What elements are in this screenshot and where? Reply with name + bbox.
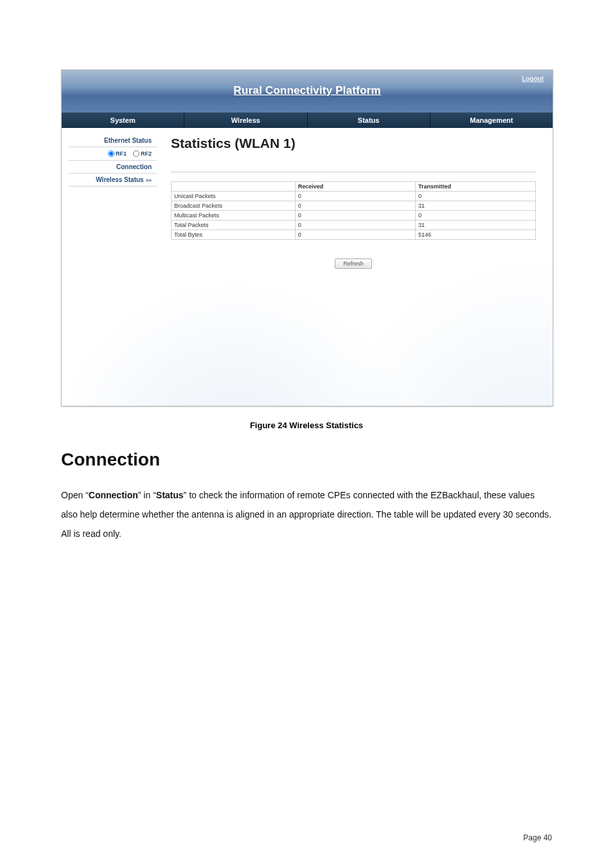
th-received: Received [295, 182, 415, 192]
sidebar-item-connection[interactable]: Connection [68, 161, 157, 174]
sidebar-item-ethernet-status[interactable]: Ethernet Status [68, 134, 157, 147]
row-recv: 0 [295, 192, 415, 201]
para-text: ” in “ [138, 490, 156, 500]
radio-rf1-label: RF1 [116, 150, 127, 157]
table-row: Unicast Packets 0 0 [172, 192, 536, 201]
radio-rf2[interactable]: RF2 [133, 150, 152, 157]
row-label: Multicast Packets [172, 211, 296, 221]
radio-rf1-input[interactable] [108, 150, 114, 157]
radio-rf2-input[interactable] [133, 150, 139, 157]
top-tabs: System Wireless Status Management [62, 113, 553, 128]
row-recv: 0 [295, 211, 415, 221]
row-label: Total Packets [172, 221, 296, 230]
radio-rf1[interactable]: RF1 [108, 150, 127, 157]
logout-link[interactable]: Logout [522, 75, 544, 82]
page-title: Statistics (WLAN 1) [171, 136, 536, 151]
sidebar: Ethernet Status RF1 RF2 Connection Wirel… [68, 134, 157, 392]
radio-rf2-label: RF2 [141, 150, 152, 157]
app-screenshot: Rural Connectivity Platform Logout Syste… [61, 69, 553, 406]
banner-title: Rural Connectivity Platform [62, 70, 553, 97]
chevron-right-icon: >> [146, 177, 152, 183]
section-paragraph: Open “Connection” in “Status” to check t… [61, 485, 552, 543]
row-recv: 0 [295, 230, 415, 240]
row-label: Broadcast Packets [172, 201, 296, 211]
row-label: Unicast Packets [172, 192, 296, 201]
row-recv: 0 [295, 221, 415, 230]
para-bold-connection: Connection [89, 490, 138, 500]
tab-wireless[interactable]: Wireless [184, 113, 307, 128]
row-trans: 31 [415, 201, 535, 211]
row-trans: 0 [415, 211, 535, 221]
tab-status[interactable]: Status [308, 113, 431, 128]
table-header-row: Received Transmitted [172, 182, 536, 192]
th-blank [172, 182, 296, 192]
table-row: Total Packets 0 31 [172, 221, 536, 230]
para-text: Open “ [61, 490, 89, 500]
table-row: Total Bytes 0 5146 [172, 230, 536, 240]
refresh-wrap: Refresh [171, 240, 536, 274]
row-trans: 5146 [415, 230, 535, 240]
section-heading: Connection [61, 449, 552, 470]
row-label: Total Bytes [172, 230, 296, 240]
statistics-table: Received Transmitted Unicast Packets 0 0… [171, 181, 536, 240]
sidebar-item-wireless-status-label: Wireless Status [96, 176, 143, 183]
row-trans: 31 [415, 221, 535, 230]
figure-caption: Figure 24 Wireless Statistics [61, 420, 552, 430]
refresh-button[interactable]: Refresh [335, 258, 372, 269]
sidebar-item-wireless-status[interactable]: Wireless Status>> [68, 174, 157, 186]
table-row: Multicast Packets 0 0 [172, 211, 536, 221]
table-row: Broadcast Packets 0 31 [172, 201, 536, 211]
tab-system[interactable]: System [62, 113, 184, 128]
main-content: Statistics (WLAN 1) Received Transmitted… [157, 134, 546, 392]
divider [171, 172, 536, 172]
row-trans: 0 [415, 192, 535, 201]
para-bold-status: Status [156, 490, 184, 500]
banner: Rural Connectivity Platform Logout [62, 70, 553, 113]
th-transmitted: Transmitted [415, 182, 535, 192]
row-recv: 0 [295, 201, 415, 211]
sidebar-rf-radios: RF1 RF2 [68, 147, 157, 161]
page-number: Page 40 [523, 833, 552, 842]
tab-management[interactable]: Management [431, 113, 553, 128]
